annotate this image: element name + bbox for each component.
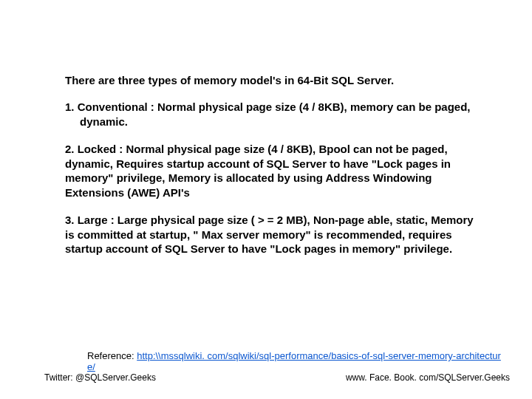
list-item: 3. Large : Large physical page size ( > … — [65, 213, 479, 256]
slide-content: There are three types of memory model's … — [65, 74, 479, 270]
list-item: 2. Locked : Normal physical page size (4… — [65, 142, 479, 200]
intro-text: There are three types of memory model's … — [65, 74, 479, 86]
list-item: 1. Conventional : Normal physical page s… — [65, 100, 479, 129]
reference-line: Reference: http:\\mssqlwiki. com/sqlwiki… — [87, 350, 501, 372]
footer-twitter: Twitter: @SQLServer.Geeks — [44, 372, 156, 383]
footer-facebook: www. Face. Book. com/SQLServer.Geeks — [346, 372, 510, 383]
reference-label: Reference: — [87, 350, 137, 361]
reference-link[interactable]: http:\\mssqlwiki. com/sqlwiki/sql-perfor… — [87, 350, 501, 372]
